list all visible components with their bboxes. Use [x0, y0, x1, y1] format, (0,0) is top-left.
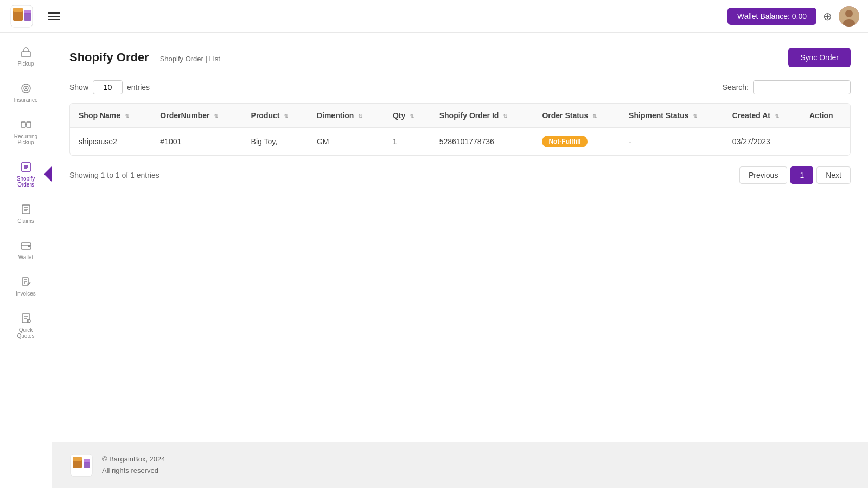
next-button[interactable]: Next	[816, 166, 851, 184]
table-row: shipcause2 #1001 Big Toy, GM 1 528610177…	[70, 128, 850, 156]
col-order-status: Order Status ⇅	[533, 104, 620, 128]
search-box: Search:	[723, 80, 851, 94]
svg-point-11	[25, 88, 27, 89]
header-left	[9, 3, 62, 29]
sidebar-item-shopify-orders[interactable]: ShopifyOrders	[0, 153, 52, 195]
cell-action	[801, 128, 850, 156]
wallet-balance-button[interactable]: Wallet Balance: 0.00	[727, 8, 816, 25]
cell-shopify-order-id: 5286101778736	[431, 128, 534, 156]
sort-shop-name[interactable]: ⇅	[125, 113, 129, 119]
svg-rect-4	[24, 10, 31, 14]
sort-shopify-order-id[interactable]: ⇅	[503, 113, 507, 119]
sort-qty[interactable]: ⇅	[410, 113, 414, 119]
col-shipment-status: Shipment Status ⇅	[620, 104, 724, 128]
col-dimention: Dimention ⇅	[308, 104, 384, 128]
svg-rect-3	[24, 13, 31, 21]
insurance-icon	[20, 82, 33, 95]
svg-rect-13	[27, 122, 31, 127]
col-qty: Qty ⇅	[384, 104, 431, 128]
sidebar-item-shopify-orders-label: ShopifyOrders	[17, 176, 35, 188]
footer-text: © BargainBox, 2024 All rights reserved	[102, 454, 165, 477]
footer-rights: All rights reserved	[102, 465, 165, 477]
cell-order-status: Not-Fullfill	[533, 128, 620, 156]
sidebar-item-recurring-pickup-label: RecurringPickup	[14, 133, 37, 145]
table-header-row: Shop Name ⇅ OrderNumber ⇅ Product ⇅ Dime…	[70, 104, 850, 128]
svg-rect-8	[22, 52, 30, 57]
cell-product: Big Toy,	[242, 128, 308, 156]
logo	[9, 3, 35, 29]
table-controls: Show entries Search:	[69, 80, 851, 94]
header-right: Wallet Balance: 0.00 ⊕	[727, 6, 859, 27]
col-created-at: Created At ⇅	[724, 104, 801, 128]
sidebar-item-pickup[interactable]: Pickup	[0, 38, 52, 74]
sort-order-status[interactable]: ⇅	[592, 113, 597, 119]
pickup-icon	[20, 46, 33, 59]
breadcrumb-shopify-order: Shopify Order	[160, 55, 203, 63]
footer-logo	[69, 453, 93, 477]
svg-rect-25	[84, 459, 90, 463]
orders-table: Shop Name ⇅ OrderNumber ⇅ Product ⇅ Dime…	[69, 103, 851, 156]
sort-order-number[interactable]: ⇅	[214, 113, 218, 119]
sidebar-item-invoices[interactable]: Invoices	[0, 268, 52, 304]
show-label: Show	[69, 83, 88, 92]
col-shopify-order-id: Shopify Order Id ⇅	[431, 104, 534, 128]
cell-dimention: GM	[308, 128, 384, 156]
sidebar-item-quick-quotes[interactable]: QuickQuotes	[0, 304, 52, 346]
sort-shipment-status[interactable]: ⇅	[693, 113, 697, 119]
shopify-orders-icon	[20, 160, 33, 174]
sidebar-item-wallet[interactable]: Wallet	[0, 232, 52, 268]
claims-icon	[20, 203, 33, 216]
svg-point-6	[845, 10, 853, 17]
col-order-number: OrderNumber ⇅	[151, 104, 242, 128]
sort-product[interactable]: ⇅	[284, 113, 288, 119]
sidebar: Pickup Insurance RecurringPickup	[0, 0, 52, 488]
sidebar-item-pickup-label: Pickup	[17, 61, 34, 67]
breadcrumb-separator: |	[206, 55, 207, 63]
sidebar-item-insurance[interactable]: Insurance	[0, 74, 52, 111]
cell-order-number: #1001	[151, 128, 242, 156]
quick-quotes-icon	[20, 312, 33, 325]
sidebar-item-invoices-label: Invoices	[16, 291, 36, 297]
sidebar-item-recurring-pickup[interactable]: RecurringPickup	[0, 111, 52, 153]
sort-created-at[interactable]: ⇅	[775, 113, 779, 119]
footer: © BargainBox, 2024 All rights reserved	[52, 442, 868, 488]
cell-qty: 1	[384, 128, 431, 156]
order-status-badge: Not-Fullfill	[542, 136, 587, 147]
col-action: Action	[801, 104, 850, 128]
breadcrumb-list: List	[209, 55, 220, 63]
sidebar-item-claims-label: Claims	[17, 218, 34, 224]
main-content: Shopify Order Shopify Order | List Sync …	[52, 33, 868, 488]
sync-order-button[interactable]: Sync Order	[788, 48, 851, 67]
hamburger-menu[interactable]	[46, 10, 62, 22]
content-area: Shopify Order Shopify Order | List Sync …	[52, 33, 868, 442]
showing-text: Showing 1 to 1 of 1 entries	[69, 171, 159, 179]
col-shop-name: Shop Name ⇅	[70, 104, 151, 128]
breadcrumb: Shopify Order | List	[160, 55, 220, 63]
recurring-pickup-icon	[20, 118, 33, 131]
invoices-icon	[20, 275, 33, 288]
cell-shipment-status: -	[620, 128, 724, 156]
sidebar-item-claims[interactable]: Claims	[0, 195, 52, 232]
svg-rect-2	[13, 8, 23, 12]
avatar[interactable]	[839, 6, 859, 27]
target-icon[interactable]: ⊕	[823, 10, 832, 23]
page-title: Shopify Order	[69, 50, 149, 65]
sidebar-item-insurance-label: Insurance	[14, 97, 38, 103]
svg-rect-17	[28, 245, 30, 247]
table: Shop Name ⇅ OrderNumber ⇅ Product ⇅ Dime…	[70, 104, 850, 155]
entries-label: entries	[127, 83, 150, 92]
header: Wallet Balance: 0.00 ⊕	[0, 0, 868, 33]
sidebar-item-quick-quotes-label: QuickQuotes	[17, 327, 34, 339]
previous-button[interactable]: Previous	[739, 166, 787, 184]
show-entries: Show entries	[69, 80, 150, 94]
svg-rect-23	[73, 457, 82, 461]
svg-rect-12	[21, 122, 25, 127]
pagination: Previous 1 Next	[739, 166, 851, 184]
sidebar-item-wallet-label: Wallet	[18, 254, 33, 260]
sort-dimention[interactable]: ⇅	[358, 113, 362, 119]
page-1-button[interactable]: 1	[790, 166, 813, 184]
cell-created-at: 03/27/2023	[724, 128, 801, 156]
entries-input[interactable]	[93, 80, 123, 94]
search-input[interactable]	[753, 80, 851, 94]
wallet-icon	[20, 239, 33, 252]
